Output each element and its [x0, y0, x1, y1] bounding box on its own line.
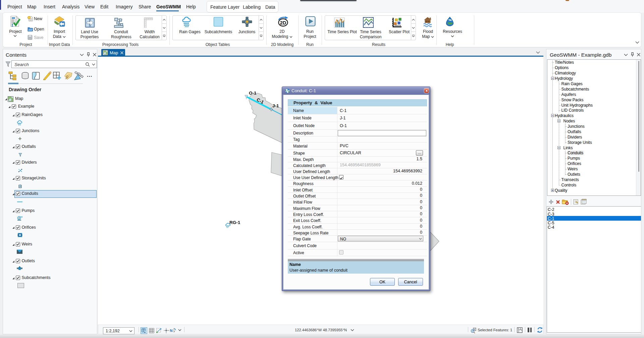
svg-text:RG-1: RG-1 — [229, 220, 240, 225]
svg-text:2D: 2D — [280, 20, 286, 25]
svg-text:N: N — [170, 329, 173, 333]
svg-text:J-1: J-1 — [272, 103, 279, 108]
svg-text:O-1: O-1 — [249, 90, 257, 95]
